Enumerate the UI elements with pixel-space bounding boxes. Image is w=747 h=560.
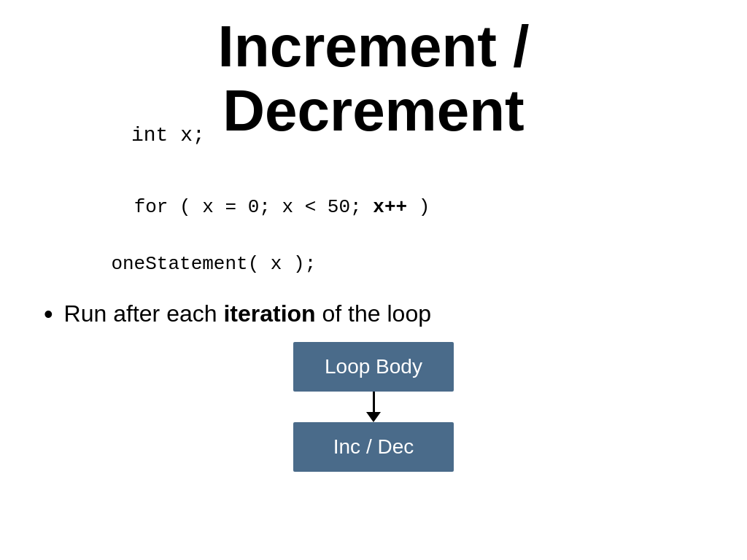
bullet-text-prefix: Run after each (64, 300, 224, 327)
bullet-text-suffix: of the loop (316, 300, 431, 327)
loop-body-box: Loop Body (293, 342, 454, 392)
bullet-text-bold: iteration (223, 300, 315, 327)
code-section: for ( x = 0; x < 50; x++ ) oneStatement(… (66, 165, 703, 279)
code-line1-bold: x++ (373, 196, 407, 218)
bullet-section: • Run after each iteration of the loop (44, 300, 703, 327)
diagram-arrow (366, 392, 381, 422)
title-line1: Increment / (218, 14, 530, 79)
code-line1-prefix: for ( x = 0; x < 50; (134, 196, 374, 218)
slide-container: Increment / Decrement int x; for ( x = 0… (0, 0, 747, 560)
bullet-dot: • (44, 301, 53, 327)
int-label: int x; (131, 124, 205, 147)
bullet-text: Run after each iteration of the loop (64, 300, 431, 327)
arrow-head (366, 412, 381, 422)
diagram-section: Loop Body Inc / Dec (44, 342, 703, 472)
title-section: Increment / Decrement int x; (44, 15, 703, 143)
code-line1-suffix: ) (407, 196, 430, 218)
arrow-line (373, 392, 375, 412)
title-line2: Decrement (222, 78, 525, 143)
code-line-2: oneStatement( x ); (66, 250, 703, 279)
code-line-1: for ( x = 0; x < 50; x++ ) (66, 165, 703, 250)
inc-dec-box: Inc / Dec (293, 422, 454, 472)
